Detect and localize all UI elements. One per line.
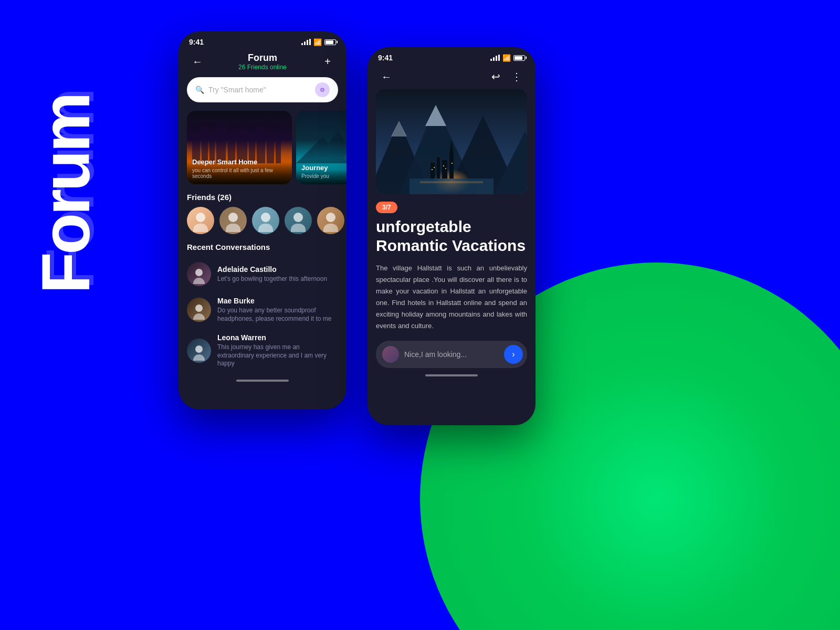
- svg-rect-33: [420, 181, 483, 183]
- friends-section-header: Friends (26): [178, 193, 346, 207]
- header-actions-2: ↩ ⋮: [487, 68, 525, 85]
- conv-name-3: Leona Warren: [217, 333, 338, 342]
- svg-rect-27: [432, 169, 433, 170]
- time-1: 9:41: [189, 38, 204, 46]
- featured-cards: Deeper Smart Home you can control it all…: [178, 111, 346, 184]
- more-button[interactable]: ⋮: [508, 68, 525, 85]
- send-button[interactable]: ›: [504, 345, 523, 364]
- svg-rect-29: [443, 165, 444, 166]
- svg-rect-22: [437, 158, 440, 178]
- conv-msg-2: Do you have any better soundproof headph…: [217, 307, 338, 323]
- hero-image: [376, 89, 527, 194]
- card-content-2: Journey Provide you: [296, 159, 346, 184]
- header-center-1: Forum 26 Friends online: [238, 52, 287, 71]
- comment-input[interactable]: Nice,I am looking...: [404, 350, 499, 359]
- article-title: unforgetable Romantic Vacations: [368, 217, 536, 255]
- wifi-icon-2: 📶: [502, 54, 511, 62]
- card-title-2: Journey: [301, 164, 346, 172]
- phone-1: 9:41 📶 ← Forum 26 Friends online +: [178, 32, 346, 410]
- svg-rect-23: [442, 160, 447, 178]
- card-subtitle-1: you can control it all with just a few s…: [192, 167, 287, 179]
- phone2-header: ← ↩ ⋮: [368, 66, 536, 89]
- signal-icon-2: [490, 55, 500, 61]
- status-icons-2: 📶: [490, 54, 525, 62]
- friend-avatar-4[interactable]: [285, 207, 312, 234]
- conv-avatar-2: [187, 298, 211, 322]
- friend-avatar-3[interactable]: [252, 207, 279, 234]
- search-bar[interactable]: 🔍 Try "Smart home" ⚙: [187, 77, 338, 102]
- back-button-2[interactable]: ←: [378, 68, 395, 85]
- phone1-header: ← Forum 26 Friends online +: [178, 50, 346, 77]
- friends-row: [178, 207, 346, 243]
- conv-avatar-1: [187, 262, 211, 286]
- svg-rect-31: [452, 163, 453, 164]
- mountain-silhouette-2: [296, 121, 346, 163]
- battery-icon-1: [324, 39, 336, 45]
- conversation-item-3[interactable]: Leona Warren This journey has given me a…: [187, 328, 338, 373]
- card-content-1: Deeper Smart Home you can control it all…: [187, 153, 292, 184]
- phone-2: 9:41 📶 ← ↩ ⋮: [368, 47, 536, 425]
- status-bar-1: 9:41 📶: [178, 32, 346, 50]
- featured-card-1[interactable]: Deeper Smart Home you can control it all…: [187, 111, 292, 184]
- svg-rect-30: [445, 168, 446, 169]
- status-bar-2: 9:41 📶: [368, 47, 536, 66]
- svg-rect-26: [449, 155, 454, 178]
- card-title-1: Deeper Smart Home: [192, 158, 287, 166]
- conversation-item-2[interactable]: Mae Burke Do you have any better soundpr…: [187, 291, 338, 328]
- page-badge: 3/7: [376, 202, 397, 213]
- svg-rect-21: [430, 163, 435, 178]
- reply-button[interactable]: ↩: [487, 68, 504, 85]
- card-subtitle-2: Provide you: [301, 173, 346, 179]
- conversations-list: Adelaide Castillo Let's go bowling toget…: [178, 257, 346, 373]
- status-icons-1: 📶: [301, 38, 336, 46]
- plus-button[interactable]: +: [319, 54, 336, 70]
- battery-icon-2: [513, 55, 525, 61]
- friends-online: 26 Friends online: [238, 64, 287, 71]
- conv-name-1: Adelaide Castillo: [217, 265, 338, 274]
- signal-icon-1: [301, 39, 311, 45]
- conv-msg-3: This journey has given me an extraordina…: [217, 343, 338, 368]
- conv-name-2: Mae Burke: [217, 297, 338, 305]
- conv-avatar-3: [187, 339, 211, 363]
- comment-avatar: [382, 346, 399, 363]
- mountain-scene: [376, 89, 527, 194]
- conversations-header: Recent Conversations: [178, 243, 346, 257]
- friend-avatar-5[interactable]: [317, 207, 344, 234]
- wifi-icon-1: 📶: [313, 38, 322, 46]
- search-icon: 🔍: [195, 86, 204, 94]
- back-button-1[interactable]: ←: [189, 54, 206, 70]
- time-2: 9:41: [378, 54, 393, 62]
- search-placeholder: Try "Smart home": [208, 86, 311, 94]
- conv-info-2: Mae Burke Do you have any better soundpr…: [217, 297, 338, 323]
- home-indicator-1: [236, 380, 289, 382]
- filter-button[interactable]: ⚙: [315, 82, 330, 97]
- home-indicator-2: [425, 374, 478, 376]
- mountain-svg: [376, 89, 527, 194]
- featured-card-2[interactable]: Journey Provide you: [296, 111, 346, 184]
- friend-avatar-1[interactable]: [187, 207, 214, 234]
- conv-msg-1: Let's go bowling together this afternoon: [217, 275, 338, 284]
- forum-title: Forum: [238, 52, 287, 64]
- conv-info-1: Adelaide Castillo Let's go bowling toget…: [217, 265, 338, 284]
- forum-logo: Forum: [32, 94, 100, 293]
- phones-container: 9:41 📶 ← Forum 26 Friends online +: [178, 32, 536, 425]
- conversation-item-1[interactable]: Adelaide Castillo Let's go bowling toget…: [187, 257, 338, 291]
- conv-info-3: Leona Warren This journey has given me a…: [217, 333, 338, 368]
- svg-rect-28: [434, 167, 435, 168]
- svg-rect-32: [410, 178, 494, 194]
- friend-avatar-2[interactable]: [219, 207, 247, 234]
- article-body: The village Hallstatt is such an unbelie…: [368, 262, 536, 332]
- comment-bar[interactable]: Nice,I am looking... ›: [376, 341, 527, 368]
